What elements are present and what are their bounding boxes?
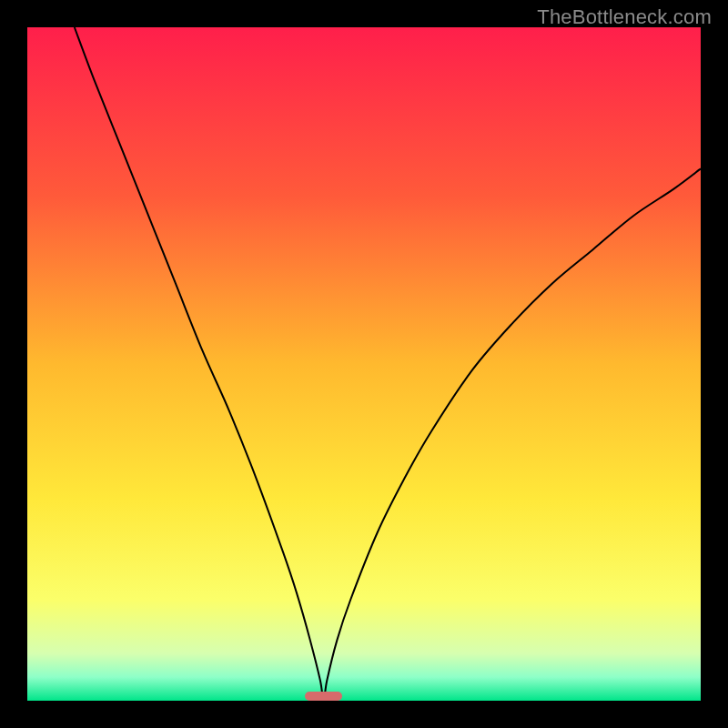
watermark-text: TheBottleneck.com <box>537 5 712 29</box>
bottleneck-curve <box>27 27 701 701</box>
plot-area <box>27 27 701 701</box>
optimum-marker <box>305 692 342 701</box>
chart-frame: TheBottleneck.com <box>0 0 728 728</box>
